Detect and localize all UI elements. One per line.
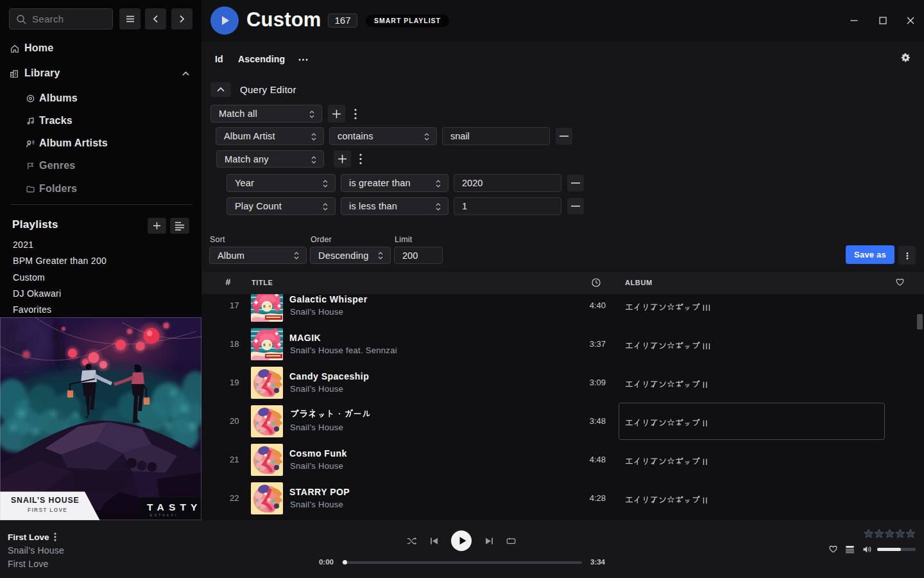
svg-text:SNAIL’S HOUSE: SNAIL’S HOUSE: [11, 496, 80, 505]
svg-text:☰STAAXI: ☰STAAXI: [150, 514, 178, 517]
svg-text:FIRST LOVE: FIRST LOVE: [28, 507, 67, 513]
svg-text:TASTY: TASTY: [147, 502, 201, 512]
